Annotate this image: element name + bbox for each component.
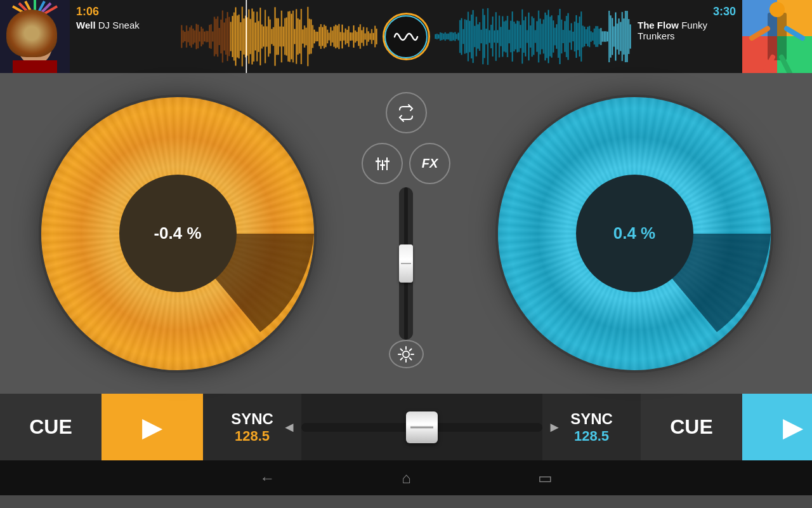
album-art-left[interactable] — [0, 0, 70, 73]
gear-icon — [397, 345, 415, 363]
svg-point-2 — [16, 13, 54, 38]
left-time: 1:06 — [76, 5, 174, 18]
album-art-right[interactable] — [742, 0, 812, 73]
cue-left-label: CUE — [29, 415, 72, 439]
play-button-right[interactable]: ▶ — [742, 394, 812, 460]
svg-point-16 — [41, 38, 44, 41]
right-time: 3:30 — [713, 5, 736, 18]
svg-point-36 — [403, 351, 409, 358]
cue-button-right[interactable]: CUE — [641, 394, 742, 460]
deck-right: for(let i=0;i<72;i++){ let angle = i*5; … — [457, 73, 812, 394]
turntable-right-center: 0.4 % — [576, 175, 693, 292]
center-logo — [377, 0, 435, 73]
svg-point-11 — [25, 37, 31, 42]
crossfader-container: ◄ ► — [301, 394, 542, 460]
middle-control-row: FX — [362, 143, 450, 184]
cue-button-left[interactable]: CUE — [0, 394, 102, 460]
sync-left-label: SYNC — [231, 410, 273, 428]
bottom-bar: CUE ▶ SYNC 128.5 ◄ ► SYNC 128.5 CUE ▶ — [0, 394, 812, 460]
svg-point-12 — [39, 37, 45, 42]
settings-button[interactable] — [389, 340, 424, 368]
top-control-row — [386, 92, 427, 133]
pitch-fader-track[interactable] — [399, 187, 413, 340]
play-button-left[interactable]: ▶ — [102, 394, 203, 460]
crossfader-thumb[interactable] — [406, 411, 438, 443]
svg-rect-17 — [13, 60, 57, 73]
svg-point-15 — [27, 38, 30, 41]
fx-label: FX — [422, 156, 438, 171]
play-right-icon: ▶ — [783, 411, 803, 443]
nav-bar: ← ⌂ ▭ — [0, 460, 812, 495]
track-info-right: 3:30 The Flow Funky Trunkers — [631, 0, 742, 73]
turntable-left-center: -0.4 % — [119, 175, 237, 292]
left-track-title: Well DJ Sneak — [76, 20, 174, 30]
logo-circle — [383, 13, 430, 60]
crossfader-left-arrow: ◄ — [282, 419, 296, 436]
pitch-fader-thumb[interactable] — [399, 244, 413, 283]
pitch-left: -0.4 % — [154, 224, 201, 243]
loop-button[interactable] — [386, 92, 427, 133]
crossfader-track[interactable] — [301, 423, 542, 432]
main-section: for(let i=0;i<72;i++){ let angle = i*5; … — [0, 73, 812, 394]
eq-button[interactable] — [362, 143, 403, 184]
deck-left: for(let i=0;i<72;i++){ let angle = i*5; … — [0, 73, 355, 394]
sync-right-bpm: 128.5 — [574, 428, 609, 444]
svg-point-1 — [17, 21, 53, 65]
fx-button[interactable]: FX — [409, 143, 450, 184]
sync-left-bpm: 128.5 — [235, 428, 270, 444]
turntable-right[interactable]: for(let i=0;i<72;i++){ let angle = i*5; … — [498, 97, 771, 370]
svg-point-24 — [769, 2, 785, 17]
svg-point-14 — [39, 37, 44, 41]
turntable-left[interactable]: for(let i=0;i<72;i++){ let angle = i*5; … — [41, 97, 314, 370]
home-button[interactable]: ⌂ — [402, 469, 411, 487]
recents-button[interactable]: ▭ — [538, 469, 553, 487]
waveform-right[interactable] — [435, 0, 631, 73]
waveform-left[interactable] — [181, 0, 377, 73]
svg-rect-23 — [768, 13, 787, 60]
play-left-icon: ▶ — [142, 411, 162, 443]
pitch-fader — [399, 187, 413, 340]
cue-right-label: CUE — [670, 415, 713, 439]
svg-point-13 — [25, 37, 30, 41]
top-bar: 1:06 Well DJ Sneak 3:30 The Flow Funky T… — [0, 0, 812, 73]
svg-rect-10 — [17, 27, 53, 33]
back-button[interactable]: ← — [259, 469, 275, 487]
control-buttons: FX — [362, 92, 450, 184]
track-info-left: 1:06 Well DJ Sneak — [70, 0, 181, 73]
logo-inner-ring — [384, 15, 428, 58]
center-controls: FX — [355, 73, 457, 394]
right-track-title: The Flow Funky Trunkers — [638, 20, 736, 41]
crossfader-right-arrow: ► — [547, 419, 561, 436]
pitch-right: 0.4 % — [613, 224, 656, 243]
sync-right-label: SYNC — [570, 410, 613, 428]
